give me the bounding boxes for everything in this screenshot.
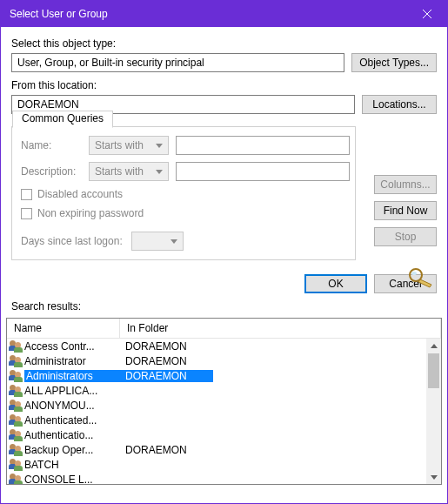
stop-button[interactable]: Stop: [374, 227, 437, 246]
result-folder: DORAEMON: [122, 340, 187, 353]
tab-common-queries[interactable]: Common Queries: [12, 111, 113, 128]
non-expiring-checkbox[interactable]: [21, 208, 32, 219]
result-name: Access Contr...: [24, 340, 122, 353]
name-mode-value: Starts with: [95, 139, 144, 151]
list-item[interactable]: CONSOLE L...: [7, 472, 441, 485]
description-mode-value: Starts with: [95, 165, 144, 178]
search-results-label: Search results:: [1, 299, 447, 318]
group-icon: [9, 474, 23, 486]
group-icon: [9, 385, 23, 397]
group-icon: [9, 444, 23, 456]
group-icon: [9, 355, 23, 367]
result-name: Authenticatio...: [24, 429, 122, 441]
disabled-accounts-checkbox[interactable]: [21, 189, 32, 200]
columns-button[interactable]: Columns...: [374, 175, 437, 194]
group-icon: [9, 459, 23, 471]
list-item[interactable]: Authenticatio...: [7, 427, 441, 442]
search-icon: [407, 267, 435, 291]
list-item[interactable]: Access Contr...DORAEMON: [7, 339, 441, 353]
description-label: Description:: [21, 165, 82, 178]
result-folder: DORAEMON: [122, 370, 213, 382]
group-icon: [9, 370, 23, 382]
chevron-down-icon: [156, 144, 163, 148]
scroll-up-icon[interactable]: [426, 339, 441, 353]
description-input[interactable]: [176, 162, 350, 181]
days-since-label: Days since last logon:: [21, 235, 123, 247]
results-list: Name In Folder Access Contr...DORAEMONAd…: [6, 318, 442, 485]
column-name[interactable]: Name: [7, 319, 120, 338]
result-name: Authenticated...: [24, 414, 122, 427]
scroll-thumb[interactable]: [428, 353, 439, 388]
name-mode-select[interactable]: Starts with: [89, 136, 169, 155]
list-item[interactable]: ALL APPLICA...: [7, 383, 441, 398]
name-input[interactable]: [176, 136, 350, 155]
list-item[interactable]: BATCH: [7, 457, 441, 472]
group-icon: [9, 400, 23, 412]
group-icon: [9, 340, 23, 353]
result-folder: DORAEMON: [122, 444, 187, 456]
list-item[interactable]: ANONYMOU...: [7, 398, 441, 413]
chevron-down-icon: [156, 170, 163, 174]
name-label: Name:: [21, 139, 82, 151]
list-header: Name In Folder: [7, 319, 441, 339]
result-name: Backup Oper...: [24, 444, 122, 456]
result-name: ALL APPLICA...: [24, 385, 122, 397]
ok-button[interactable]: OK: [304, 274, 367, 293]
group-icon: [9, 429, 23, 441]
list-item[interactable]: Backup Oper...DORAEMON: [7, 442, 441, 457]
svg-point-3: [411, 272, 417, 275]
object-type-label: Select this object type:: [11, 37, 437, 50]
from-location-label: From this location:: [11, 79, 437, 91]
result-name: BATCH: [24, 459, 122, 471]
titlebar: Select User or Group: [1, 1, 447, 27]
close-button[interactable]: [407, 1, 447, 27]
disabled-accounts-label: Disabled accounts: [37, 188, 123, 200]
list-item[interactable]: AdministratorDORAEMON: [7, 353, 441, 368]
description-mode-select[interactable]: Starts with: [89, 162, 169, 181]
scroll-down-icon[interactable]: [426, 470, 441, 485]
chevron-down-icon: [171, 239, 177, 244]
object-types-button[interactable]: Object Types...: [351, 53, 437, 72]
result-name: ANONYMOU...: [24, 400, 122, 412]
common-queries-panel: Common Queries Name: Starts with Descrip…: [11, 126, 356, 260]
locations-button[interactable]: Locations...: [362, 95, 437, 114]
window-title: Select User or Group: [10, 8, 407, 20]
find-now-button[interactable]: Find Now: [374, 201, 437, 220]
list-item[interactable]: AdministratorsDORAEMON: [7, 368, 441, 383]
list-item[interactable]: Authenticated...: [7, 413, 441, 427]
group-icon: [9, 414, 23, 427]
result-name: Administrator: [24, 355, 122, 367]
days-since-select[interactable]: [131, 232, 184, 251]
non-expiring-label: Non expiring password: [37, 207, 144, 219]
object-type-field: User, Group, or Built-in security princi…: [11, 53, 344, 72]
scrollbar[interactable]: [426, 339, 441, 485]
column-in-folder[interactable]: In Folder: [120, 319, 441, 338]
close-icon: [423, 10, 431, 18]
result-name: Administrators: [24, 370, 122, 382]
result-folder: DORAEMON: [122, 355, 187, 367]
result-name: CONSOLE L...: [24, 474, 122, 486]
